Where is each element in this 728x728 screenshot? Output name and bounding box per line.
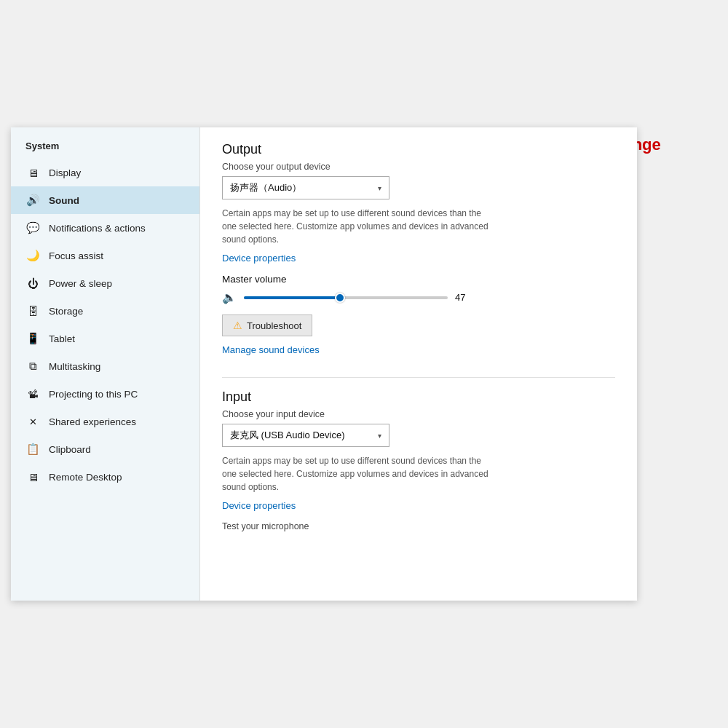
input-device-properties-link[interactable]: Device properties bbox=[222, 500, 296, 511]
master-volume-label: Master volume bbox=[222, 274, 615, 285]
settings-window: System 🖥 Display 🔊 Sound 💬 Notifications… bbox=[11, 127, 637, 601]
notifications-icon: 💬 bbox=[25, 221, 40, 235]
shared-icon: ✕ bbox=[25, 414, 40, 429]
power-icon: ⏻ bbox=[25, 276, 40, 290]
sidebar-title: System bbox=[11, 135, 199, 159]
sidebar-item-label: Storage bbox=[49, 306, 83, 317]
volume-slider[interactable] bbox=[244, 296, 448, 299]
input-section-title: Input bbox=[222, 389, 615, 405]
input-hint: Certain apps may be set up to use differ… bbox=[222, 454, 491, 494]
volume-row: 🔈 47 bbox=[222, 290, 615, 304]
main-content: Output Choose your output device 扬声器（Aud… bbox=[200, 127, 637, 601]
output-section-title: Output bbox=[222, 142, 615, 157]
input-device-value: 麦克风 (USB Audio Device) bbox=[230, 429, 345, 442]
output-device-properties-link[interactable]: Device properties bbox=[222, 253, 296, 264]
chevron-down-icon: ▾ bbox=[378, 184, 381, 192]
volume-fill bbox=[244, 296, 340, 299]
multitasking-icon: ⧉ bbox=[25, 359, 40, 373]
output-device-label: Choose your output device bbox=[222, 162, 615, 172]
sidebar-item-label: Remote Desktop bbox=[49, 472, 122, 483]
chevron-down-icon: ▾ bbox=[378, 432, 381, 440]
sidebar-item-tablet[interactable]: 📱 Tablet bbox=[11, 325, 199, 352]
input-device-label: Choose your input device bbox=[222, 409, 615, 419]
sidebar-item-sound[interactable]: 🔊 Sound bbox=[11, 186, 199, 214]
sidebar-item-label: Tablet bbox=[49, 333, 75, 344]
warning-icon: ⚠ bbox=[233, 320, 242, 331]
remote-icon: 🖥 bbox=[25, 470, 40, 484]
troubleshoot-label: Troubleshoot bbox=[247, 320, 301, 331]
volume-thumb bbox=[335, 293, 345, 303]
input-device-select[interactable]: 麦克风 (USB Audio Device) ▾ bbox=[222, 424, 389, 447]
sidebar-item-remote[interactable]: 🖥 Remote Desktop bbox=[11, 463, 199, 491]
tablet-icon: 📱 bbox=[25, 331, 40, 346]
sidebar-item-label: Power & sleep bbox=[49, 278, 112, 289]
sidebar-item-label: Focus assist bbox=[49, 250, 103, 261]
manage-sound-devices-link[interactable]: Manage sound devices bbox=[222, 344, 320, 355]
sidebar-item-storage[interactable]: 🗄 Storage bbox=[11, 297, 199, 325]
display-icon: 🖥 bbox=[25, 165, 40, 180]
volume-value: 47 bbox=[455, 292, 473, 303]
sidebar-item-label: Sound bbox=[49, 195, 79, 206]
sound-icon: 🔊 bbox=[25, 193, 40, 207]
sidebar-item-label: Notifications & actions bbox=[49, 223, 146, 234]
focus-icon: 🌙 bbox=[25, 248, 40, 263]
sidebar-item-notifications[interactable]: 💬 Notifications & actions bbox=[11, 214, 199, 242]
sidebar-item-label: Clipboard bbox=[49, 444, 91, 455]
output-hint: Certain apps may be set up to use differ… bbox=[222, 207, 491, 246]
sidebar-item-label: Multitasking bbox=[49, 361, 100, 372]
volume-icon: 🔈 bbox=[222, 290, 237, 304]
sidebar-item-focus[interactable]: 🌙 Focus assist bbox=[11, 242, 199, 269]
sidebar-item-power[interactable]: ⏻ Power & sleep bbox=[11, 269, 199, 297]
sidebar: System 🖥 Display 🔊 Sound 💬 Notifications… bbox=[11, 127, 200, 601]
sidebar-item-shared[interactable]: ✕ Shared experiences bbox=[11, 408, 199, 435]
sidebar-item-label: Display bbox=[49, 167, 81, 178]
clipboard-icon: 📋 bbox=[25, 442, 40, 456]
projecting-icon: 📽 bbox=[25, 387, 40, 401]
sidebar-item-display[interactable]: 🖥 Display bbox=[11, 159, 199, 186]
test-microphone-label: Test your microphone bbox=[222, 521, 615, 531]
output-device-value: 扬声器（Audio） bbox=[230, 181, 301, 194]
sidebar-item-label: Shared experiences bbox=[49, 416, 136, 427]
output-device-select[interactable]: 扬声器（Audio） ▾ bbox=[222, 176, 389, 199]
sidebar-item-multitasking[interactable]: ⧉ Multitasking bbox=[11, 352, 199, 380]
divider bbox=[222, 377, 615, 378]
sidebar-item-projecting[interactable]: 📽 Projecting to this PC bbox=[11, 380, 199, 408]
troubleshoot-button[interactable]: ⚠ Troubleshoot bbox=[222, 314, 312, 336]
sidebar-item-clipboard[interactable]: 📋 Clipboard bbox=[11, 435, 199, 463]
storage-icon: 🗄 bbox=[25, 304, 40, 318]
sidebar-item-label: Projecting to this PC bbox=[49, 389, 138, 400]
